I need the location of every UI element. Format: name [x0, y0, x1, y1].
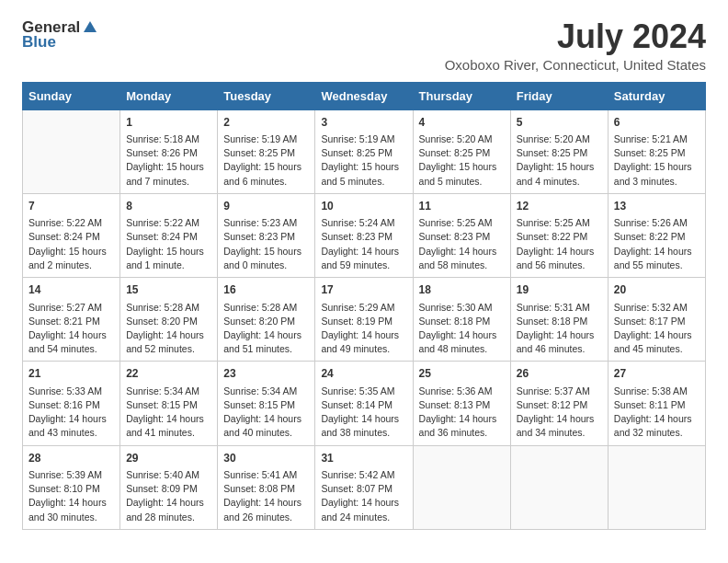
week-row-2: 7Sunrise: 5:22 AMSunset: 8:24 PMDaylight…: [23, 193, 706, 277]
day-info: Sunset: 8:22 PM: [614, 230, 700, 244]
day-info: Sunset: 8:16 PM: [28, 398, 114, 412]
day-info: Sunrise: 5:21 AM: [614, 132, 700, 146]
day-info: Sunset: 8:20 PM: [223, 315, 309, 328]
calendar-cell: 24Sunrise: 5:35 AMSunset: 8:14 PMDayligh…: [315, 362, 413, 445]
logo-icon: [82, 19, 98, 36]
day-info: Sunrise: 5:29 AM: [321, 301, 406, 315]
week-row-5: 28Sunrise: 5:39 AMSunset: 8:10 PMDayligh…: [23, 445, 706, 529]
day-number: 29: [126, 451, 211, 466]
day-info: Sunrise: 5:41 AM: [223, 468, 309, 482]
day-info: Daylight: 14 hours: [223, 412, 309, 426]
calendar-cell: 26Sunrise: 5:37 AMSunset: 8:12 PMDayligh…: [510, 362, 608, 445]
day-info: Sunset: 8:23 PM: [419, 230, 505, 244]
day-info: Sunset: 8:09 PM: [126, 482, 211, 496]
day-info: and 0 minutes.: [223, 259, 309, 272]
calendar-cell: 25Sunrise: 5:36 AMSunset: 8:13 PMDayligh…: [413, 362, 510, 445]
day-info: Sunset: 8:21 PM: [28, 315, 114, 328]
day-info: Daylight: 14 hours: [321, 328, 406, 342]
day-info: Sunset: 8:19 PM: [321, 315, 406, 328]
day-number: 27: [614, 366, 700, 382]
calendar-cell: 14Sunrise: 5:27 AMSunset: 8:21 PMDayligh…: [23, 278, 120, 362]
day-info: Sunrise: 5:27 AM: [28, 301, 114, 315]
day-number: 17: [321, 282, 406, 298]
day-info: Sunset: 8:26 PM: [126, 146, 211, 160]
day-info: Sunrise: 5:22 AM: [126, 216, 211, 230]
day-info: Sunrise: 5:28 AM: [223, 301, 309, 315]
day-info: Sunrise: 5:30 AM: [419, 301, 505, 315]
header-day-saturday: Saturday: [608, 82, 705, 109]
calendar-subtitle: Oxoboxo River, Connecticut, United State…: [445, 57, 706, 73]
day-info: and 38 minutes.: [321, 426, 406, 440]
day-info: and 5 minutes.: [419, 175, 505, 189]
title-area: July 2024 Oxoboxo River, Connecticut, Un…: [445, 18, 706, 73]
day-info: and 7 minutes.: [126, 175, 211, 189]
day-info: and 2 minutes.: [28, 259, 114, 272]
day-info: and 52 minutes.: [126, 342, 211, 356]
calendar-cell: 23Sunrise: 5:34 AMSunset: 8:15 PMDayligh…: [218, 362, 315, 445]
day-info: Daylight: 15 hours: [28, 245, 114, 259]
day-info: and 51 minutes.: [223, 342, 309, 356]
day-info: Sunset: 8:18 PM: [517, 315, 602, 328]
day-info: Daylight: 14 hours: [223, 496, 309, 510]
day-info: Daylight: 14 hours: [614, 245, 700, 259]
day-number: 30: [223, 451, 309, 466]
calendar-cell: 22Sunrise: 5:34 AMSunset: 8:15 PMDayligh…: [120, 362, 218, 445]
day-info: Daylight: 14 hours: [321, 496, 406, 510]
calendar-cell: 31Sunrise: 5:42 AMSunset: 8:07 PMDayligh…: [315, 445, 413, 529]
day-number: 13: [614, 199, 700, 214]
day-number: 25: [419, 366, 505, 382]
calendar-cell: 9Sunrise: 5:23 AMSunset: 8:23 PMDaylight…: [218, 193, 315, 277]
day-number: 16: [223, 282, 309, 298]
day-info: Sunrise: 5:18 AM: [126, 132, 211, 146]
day-info: and 26 minutes.: [223, 511, 309, 524]
week-row-3: 14Sunrise: 5:27 AMSunset: 8:21 PMDayligh…: [23, 278, 706, 362]
day-info: Daylight: 15 hours: [223, 160, 309, 174]
day-number: 9: [223, 199, 309, 214]
day-info: Sunset: 8:25 PM: [614, 146, 700, 160]
day-info: and 41 minutes.: [126, 426, 211, 440]
day-number: 22: [126, 366, 211, 382]
day-info: Daylight: 14 hours: [28, 328, 114, 342]
day-info: Sunset: 8:08 PM: [223, 482, 309, 496]
day-info: Daylight: 14 hours: [517, 412, 602, 426]
day-info: Sunrise: 5:26 AM: [614, 216, 700, 230]
day-number: 11: [419, 199, 505, 214]
day-info: Sunset: 8:14 PM: [321, 398, 406, 412]
logo: General Blue: [22, 18, 98, 52]
calendar-cell: 5Sunrise: 5:20 AMSunset: 8:25 PMDaylight…: [510, 109, 608, 193]
day-info: and 54 minutes.: [28, 342, 114, 356]
day-info: Sunset: 8:23 PM: [223, 230, 309, 244]
day-number: 8: [126, 199, 211, 214]
day-info: and 4 minutes.: [517, 175, 602, 189]
day-info: Daylight: 14 hours: [419, 412, 505, 426]
day-number: 19: [517, 282, 602, 298]
calendar-cell: 6Sunrise: 5:21 AMSunset: 8:25 PMDaylight…: [608, 109, 705, 193]
day-info: Sunset: 8:17 PM: [614, 315, 700, 328]
day-info: Daylight: 14 hours: [321, 245, 406, 259]
day-info: and 46 minutes.: [517, 342, 602, 356]
day-info: Daylight: 14 hours: [517, 328, 602, 342]
calendar-cell: 12Sunrise: 5:25 AMSunset: 8:22 PMDayligh…: [510, 193, 608, 277]
day-info: Sunset: 8:12 PM: [517, 398, 602, 412]
day-info: and 48 minutes.: [419, 342, 505, 356]
day-info: Daylight: 14 hours: [126, 328, 211, 342]
calendar-cell: 30Sunrise: 5:41 AMSunset: 8:08 PMDayligh…: [218, 445, 315, 529]
header-day-thursday: Thursday: [413, 82, 510, 109]
day-info: Daylight: 14 hours: [28, 496, 114, 510]
day-info: and 56 minutes.: [517, 259, 602, 272]
day-info: Sunset: 8:25 PM: [419, 146, 505, 160]
day-info: Sunset: 8:20 PM: [126, 315, 211, 328]
day-info: Daylight: 14 hours: [223, 328, 309, 342]
day-info: Sunrise: 5:37 AM: [517, 385, 602, 398]
day-number: 15: [126, 282, 211, 298]
calendar-table: SundayMondayTuesdayWednesdayThursdayFrid…: [22, 82, 706, 530]
day-info: Sunset: 8:25 PM: [517, 146, 602, 160]
day-info: Daylight: 15 hours: [223, 245, 309, 259]
day-info: Daylight: 14 hours: [28, 412, 114, 426]
calendar-cell: 18Sunrise: 5:30 AMSunset: 8:18 PMDayligh…: [413, 278, 510, 362]
day-info: and 59 minutes.: [321, 259, 406, 272]
day-info: and 24 minutes.: [321, 511, 406, 524]
day-info: Daylight: 15 hours: [126, 160, 211, 174]
day-info: and 3 minutes.: [614, 175, 700, 189]
header-day-monday: Monday: [120, 82, 218, 109]
